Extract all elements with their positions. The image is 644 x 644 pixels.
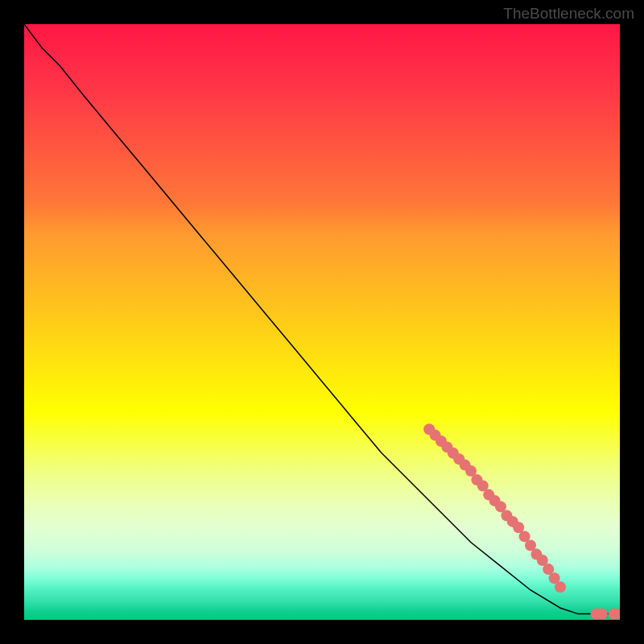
- chart-line-group: [24, 24, 620, 614]
- watermark-text: TheBottleneck.com: [503, 5, 634, 23]
- data-marker: [597, 609, 608, 620]
- chart-markers-group: [423, 423, 620, 619]
- main-curve: [24, 24, 620, 614]
- chart-svg: [24, 24, 620, 620]
- data-marker: [555, 581, 566, 592]
- chart-area: [24, 24, 620, 620]
